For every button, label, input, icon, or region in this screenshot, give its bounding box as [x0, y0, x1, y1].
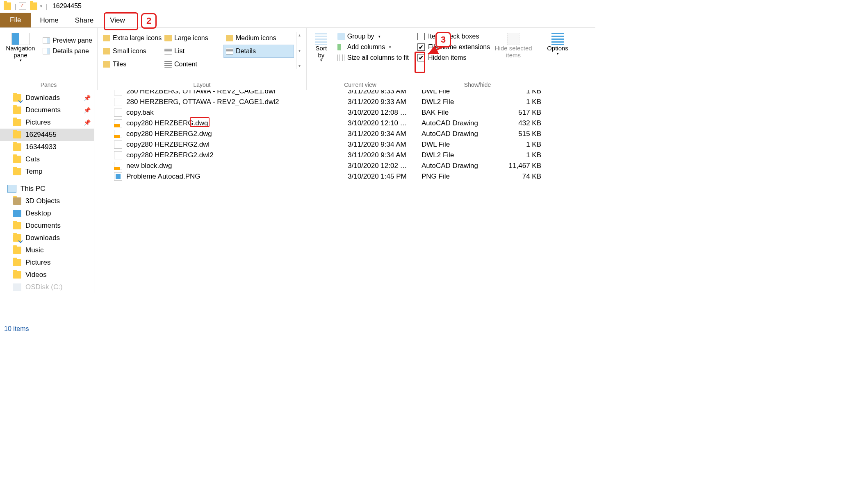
file-type-icon [114, 130, 122, 138]
nav-cats[interactable]: Cats [0, 153, 94, 165]
layout-content[interactable]: Content [162, 58, 224, 70]
file-type: AutoCAD Drawing [421, 130, 508, 138]
file-name: copy.bak [126, 109, 348, 117]
nav-this-pc[interactable]: This PC [0, 183, 94, 195]
file-row[interactable]: new block.dwg3/10/2020 12:02 …AutoCAD Dr… [94, 161, 595, 171]
tab-home[interactable]: Home [32, 14, 66, 27]
file-name: Probleme Autocad.PNG [126, 172, 348, 181]
desktop-icon [13, 210, 21, 217]
nav-downloads2[interactable]: Downloads [0, 232, 94, 244]
file-row[interactable]: copy280 HERZBERG.dwg3/10/2020 12:10 …Aut… [94, 118, 595, 129]
nav-temp[interactable]: Temp [0, 165, 94, 178]
file-name: copy280 HERZBERG2.dwl2 [126, 151, 348, 159]
layout-gallery-scroll[interactable]: ▴ ▾ ▾ [296, 32, 303, 69]
file-row[interactable]: copy.bak3/10/2020 12:08 …BAK File517 KB [94, 107, 595, 118]
file-date: 3/10/2020 1:45 PM [348, 172, 421, 181]
large-icons-icon [164, 35, 172, 41]
nav-osdisk[interactable]: OSDisk (C:) [0, 281, 94, 293]
details-icon [226, 48, 233, 54]
pin-icon: 📌 [84, 95, 91, 101]
nav-downloads[interactable]: Downloads📌 [0, 92, 94, 104]
file-size: 1 KB [508, 151, 544, 159]
layout-large-icons[interactable]: Large icons [162, 32, 224, 44]
folder-icon [13, 222, 21, 229]
small-icons-icon [103, 48, 110, 54]
folder-icon [13, 131, 21, 138]
layout-small-icons[interactable]: Small icons [101, 45, 162, 57]
drive-icon [13, 283, 21, 291]
tab-view[interactable]: View [102, 14, 133, 27]
nav-3d-objects[interactable]: 3D Objects [0, 195, 94, 207]
properties-icon[interactable] [19, 2, 26, 10]
nav-documents2[interactable]: Documents [0, 220, 94, 232]
file-name: copy280 HERZBERG2.dwl [126, 140, 348, 149]
file-name: copy280 HERZBERG.dwg [126, 119, 348, 127]
scroll-up-icon[interactable]: ▴ [296, 32, 303, 38]
file-type-icon [114, 109, 122, 117]
file-type: DWL2 File [421, 98, 508, 106]
nav-16294455[interactable]: 16294455 [0, 129, 94, 141]
file-type-icon [114, 119, 122, 127]
title-bar: | ▾ | 16294455 [0, 0, 595, 12]
file-name: copy280 HERZBERG2.dwg [126, 130, 348, 138]
file-date: 3/10/2020 12:08 … [348, 109, 421, 117]
layout-details[interactable]: Details [224, 45, 294, 57]
file-row[interactable]: copy280 HERZBERG2.dwl3/11/2020 9:34 AMDW… [94, 139, 595, 150]
sort-by-button[interactable]: Sort by ▾ [310, 29, 333, 63]
nav-pictures2[interactable]: Pictures [0, 256, 94, 269]
hide-selected-button[interactable]: Hide selected items [493, 29, 533, 59]
file-size: 11,467 KB [508, 162, 544, 170]
file-size: 1 KB [508, 140, 544, 149]
navigation-pane-icon [11, 33, 30, 45]
tab-file[interactable]: File [0, 13, 31, 27]
file-row[interactable]: copy280 HERZBERG2.dwl23/11/2020 9:34 AMD… [94, 150, 595, 161]
layout-extra-large-icons[interactable]: Extra large icons [101, 32, 162, 44]
qat-dropdown-icon[interactable]: ▾ [39, 2, 43, 10]
layout-gallery[interactable]: Extra large icons Large icons Medium ico… [101, 29, 302, 70]
file-row[interactable]: 280 HERZBERG, OTTAWA - REV2_CAGE1.dwl3/1… [94, 90, 595, 97]
file-list[interactable]: 280 HERZBERG, OTTAWA - REV2_CAGE1.dwl3/1… [94, 90, 595, 324]
file-type: AutoCAD Drawing [421, 162, 508, 170]
details-pane-button[interactable]: Details pane [41, 47, 94, 56]
separator: | [15, 3, 16, 10]
size-all-columns-button[interactable]: Size all columns to fit [336, 53, 410, 62]
add-columns-button[interactable]: Add columns▾ [336, 43, 410, 52]
nav-pictures[interactable]: Pictures📌 [0, 116, 94, 129]
nav-16344933[interactable]: 16344933 [0, 141, 94, 153]
file-row[interactable]: 280 HERZBERG, OTTAWA - REV2_CAGE1.dwl23/… [94, 97, 595, 107]
scroll-down-icon[interactable]: ▾ [296, 48, 303, 54]
layout-tiles[interactable]: Tiles [101, 58, 162, 70]
file-type-icon [114, 90, 122, 95]
preview-pane-button[interactable]: Preview pane [41, 36, 94, 45]
checkbox-checked-icon: ✔ [417, 43, 425, 51]
navigation-pane-button[interactable]: Navigation pane ▾ [3, 29, 38, 63]
folder-icon [13, 247, 21, 254]
this-pc-icon [7, 185, 16, 193]
nav-videos[interactable]: Videos [0, 269, 94, 281]
ribbon-tabs: File Home Share View [0, 12, 595, 28]
nav-music[interactable]: Music [0, 244, 94, 256]
group-label: Panes [3, 81, 94, 89]
folder-icon [13, 143, 21, 151]
layout-list[interactable]: List [162, 45, 224, 57]
window-title: 16294455 [52, 2, 82, 10]
main-area: Downloads📌 Documents📌 Pictures📌 16294455… [0, 90, 595, 324]
group-by-button[interactable]: Group by▾ [336, 32, 410, 41]
navigation-pane[interactable]: Downloads📌 Documents📌 Pictures📌 16294455… [0, 90, 94, 293]
gallery-more-icon[interactable]: ▾ [296, 63, 303, 69]
nav-desktop[interactable]: Desktop [0, 207, 94, 220]
hidden-items-toggle[interactable]: ✔Hidden items [417, 53, 490, 62]
layout-medium-icons[interactable]: Medium icons [224, 32, 294, 44]
nav-documents[interactable]: Documents📌 [0, 104, 94, 116]
file-name-extensions-toggle[interactable]: ✔File name extensions [417, 43, 490, 52]
tab-share[interactable]: Share [67, 14, 102, 27]
file-name: 280 HERZBERG, OTTAWA - REV2_CAGE1.dwl [126, 90, 348, 95]
file-size: 432 KB [508, 119, 544, 127]
file-row[interactable]: copy280 HERZBERG2.dwg3/11/2020 9:34 AMAu… [94, 129, 595, 139]
options-button[interactable]: Options ▾ [544, 29, 571, 56]
file-name: 280 HERZBERG, OTTAWA - REV2_CAGE1.dwl2 [126, 98, 348, 106]
file-row[interactable]: Probleme Autocad.PNG3/10/2020 1:45 PMPNG… [94, 171, 595, 182]
item-check-boxes-toggle[interactable]: Item check boxes [417, 32, 490, 41]
file-type: DWL2 File [421, 151, 508, 159]
ribbon-group-layout: Extra large icons Large icons Medium ico… [98, 28, 307, 90]
